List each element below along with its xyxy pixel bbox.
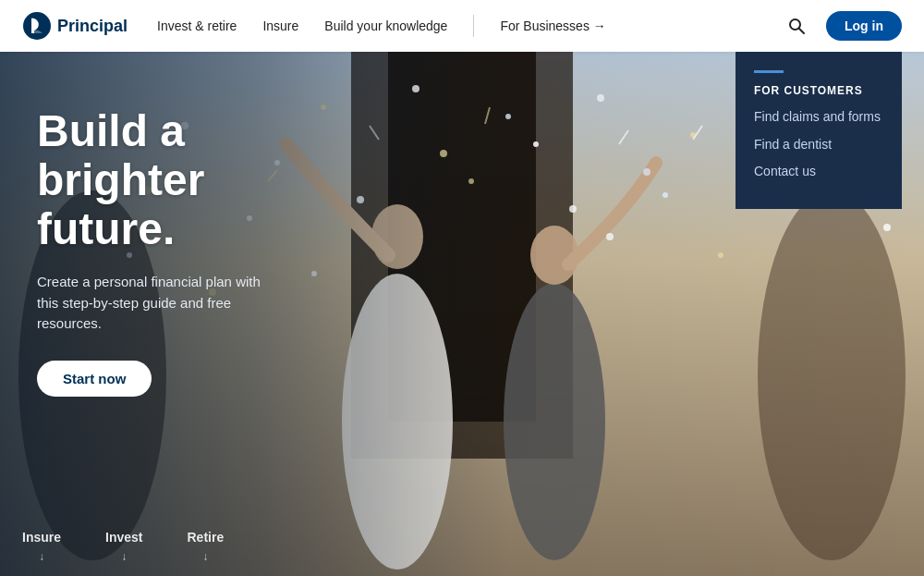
find-claims-link[interactable]: Find claims and forms: [754, 108, 883, 127]
customers-dropdown: FOR CUSTOMERS Find claims and forms Find…: [736, 52, 902, 209]
logo-text: Principal: [57, 17, 128, 36]
hero-content: Build a brighter future. Create a person…: [37, 107, 277, 397]
nav-links: Invest & retire Insure Build your knowle…: [157, 15, 782, 37]
logo-link[interactable]: Principal: [22, 11, 128, 41]
bottom-tabs: Insure ↓ Invest ↓ Retire ↓: [0, 517, 246, 576]
search-icon: [787, 17, 806, 35]
nav-insure[interactable]: Insure: [262, 18, 298, 33]
invest-tab[interactable]: Invest ↓: [83, 517, 164, 576]
insure-tab-label: Insure: [22, 530, 61, 545]
find-dentist-link[interactable]: Find a dentist: [754, 136, 883, 154]
retire-tab-arrow: ↓: [202, 550, 208, 563]
search-button[interactable]: [782, 11, 811, 41]
hero-title: Build a brighter future.: [37, 107, 277, 253]
nav-invest-retire[interactable]: Invest & retire: [157, 18, 237, 33]
login-button[interactable]: Log in: [826, 11, 902, 41]
principal-logo-icon: [22, 11, 52, 41]
invest-tab-arrow: ↓: [121, 550, 127, 563]
retire-tab-label: Retire: [187, 530, 224, 545]
nav-divider: [473, 15, 474, 37]
svg-line-2: [799, 29, 804, 33]
nav-right: Log in: [782, 11, 902, 41]
contact-us-link[interactable]: Contact us: [754, 163, 883, 181]
hero-subtitle: Create a personal financial plan with th…: [37, 272, 277, 335]
nav-build-knowledge[interactable]: Build your knowledge: [324, 18, 447, 33]
customers-section-label: FOR CUSTOMERS: [754, 84, 883, 97]
nav-for-businesses[interactable]: For Businesses →: [500, 18, 605, 33]
navbar: Principal Invest & retire Insure Build y…: [0, 0, 924, 52]
invest-tab-label: Invest: [105, 530, 142, 545]
retire-tab[interactable]: Retire ↓: [164, 517, 246, 576]
start-now-button[interactable]: Start now: [37, 361, 152, 397]
insure-tab[interactable]: Insure ↓: [0, 517, 83, 576]
insure-tab-arrow: ↓: [39, 550, 44, 563]
